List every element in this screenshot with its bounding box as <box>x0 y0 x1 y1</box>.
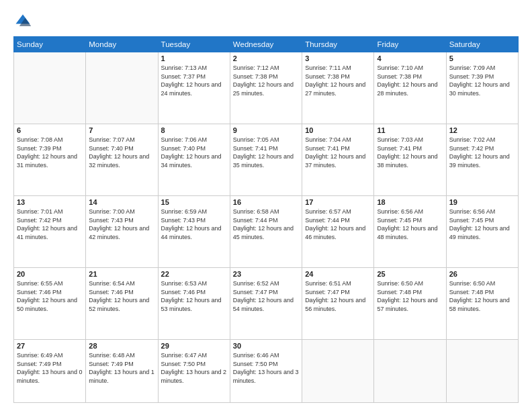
daylight-text: Daylight: 12 hours and 28 minutes. <box>377 81 437 97</box>
sunset-text: Sunset: 7:38 PM <box>377 73 422 80</box>
calendar-cell <box>446 340 518 403</box>
daylight-text: Daylight: 12 hours and 30 minutes. <box>449 81 510 97</box>
calendar-cell: 28Sunrise: 6:48 AMSunset: 7:49 PMDayligh… <box>86 340 158 403</box>
week-row-3: 13Sunrise: 7:01 AMSunset: 7:42 PMDayligh… <box>14 196 519 268</box>
week-row-4: 20Sunrise: 6:55 AMSunset: 7:46 PMDayligh… <box>14 268 519 340</box>
day-number: 10 <box>305 126 371 134</box>
calendar-cell: 19Sunrise: 6:56 AMSunset: 7:45 PMDayligh… <box>446 196 518 268</box>
day-info: Sunrise: 6:48 AMSunset: 7:49 PMDaylight:… <box>89 351 154 385</box>
day-info: Sunrise: 6:52 AMSunset: 7:47 PMDaylight:… <box>233 279 299 313</box>
day-info: Sunrise: 7:00 AMSunset: 7:43 PMDaylight:… <box>89 208 154 241</box>
day-info: Sunrise: 6:55 AMSunset: 7:46 PMDaylight:… <box>17 279 83 313</box>
sunset-text: Sunset: 7:47 PM <box>233 289 278 295</box>
calendar-cell: 13Sunrise: 7:01 AMSunset: 7:42 PMDayligh… <box>14 196 86 268</box>
day-number: 22 <box>161 270 227 278</box>
sunset-text: Sunset: 7:46 PM <box>161 289 206 295</box>
sunset-text: Sunset: 7:45 PM <box>449 217 494 224</box>
calendar-cell: 21Sunrise: 6:54 AMSunset: 7:46 PMDayligh… <box>86 268 158 340</box>
calendar-cell: 7Sunrise: 7:07 AMSunset: 7:40 PMDaylight… <box>86 124 158 196</box>
sunset-text: Sunset: 7:42 PM <box>449 145 494 152</box>
daylight-text: Daylight: 12 hours and 24 minutes. <box>161 81 222 97</box>
calendar-cell: 15Sunrise: 6:59 AMSunset: 7:43 PMDayligh… <box>158 196 230 268</box>
daylight-text: Daylight: 12 hours and 56 minutes. <box>305 297 365 312</box>
calendar-cell: 22Sunrise: 6:53 AMSunset: 7:46 PMDayligh… <box>158 268 230 340</box>
sunrise-text: Sunrise: 6:56 AM <box>449 208 496 215</box>
day-info: Sunrise: 6:49 AMSunset: 7:49 PMDaylight:… <box>17 351 83 385</box>
sunrise-text: Sunrise: 7:11 AM <box>305 64 351 71</box>
day-info: Sunrise: 7:07 AMSunset: 7:40 PMDaylight:… <box>89 136 154 169</box>
daylight-text: Daylight: 13 hours and 1 minute. <box>89 369 154 384</box>
daylight-text: Daylight: 12 hours and 42 minutes. <box>89 225 149 240</box>
sunrise-text: Sunrise: 6:56 AM <box>377 208 423 215</box>
day-info: Sunrise: 6:50 AMSunset: 7:48 PMDaylight:… <box>449 279 515 313</box>
daylight-text: Daylight: 12 hours and 39 minutes. <box>449 153 510 169</box>
daylight-text: Daylight: 12 hours and 35 minutes. <box>233 153 294 169</box>
sunrise-text: Sunrise: 6:52 AM <box>233 280 279 287</box>
calendar-cell: 10Sunrise: 7:04 AMSunset: 7:41 PMDayligh… <box>302 124 374 196</box>
daylight-text: Daylight: 12 hours and 27 minutes. <box>305 81 365 97</box>
calendar-cell: 23Sunrise: 6:52 AMSunset: 7:47 PMDayligh… <box>230 268 302 340</box>
daylight-text: Daylight: 12 hours and 46 minutes. <box>305 225 365 240</box>
weekday-thursday: Thursday <box>302 37 374 52</box>
daylight-text: Daylight: 13 hours and 2 minutes. <box>161 369 227 384</box>
sunset-text: Sunset: 7:43 PM <box>89 217 134 224</box>
week-row-5: 27Sunrise: 6:49 AMSunset: 7:49 PMDayligh… <box>14 340 519 403</box>
page: SundayMondayTuesdayWednesdayThursdayFrid… <box>0 0 532 411</box>
sunset-text: Sunset: 7:41 PM <box>233 145 278 152</box>
day-info: Sunrise: 6:53 AMSunset: 7:46 PMDaylight:… <box>161 279 227 313</box>
sunset-text: Sunset: 7:38 PM <box>305 73 350 80</box>
calendar-table: SundayMondayTuesdayWednesdayThursdayFrid… <box>13 36 519 403</box>
sunset-text: Sunset: 7:50 PM <box>233 361 278 367</box>
calendar-cell: 16Sunrise: 6:58 AMSunset: 7:44 PMDayligh… <box>230 196 302 268</box>
daylight-text: Daylight: 13 hours and 3 minutes. <box>233 369 299 384</box>
sunrise-text: Sunrise: 6:51 AM <box>305 280 351 287</box>
day-number: 12 <box>449 126 515 134</box>
day-info: Sunrise: 6:51 AMSunset: 7:47 PMDaylight:… <box>305 279 371 313</box>
day-number: 6 <box>17 126 83 134</box>
day-info: Sunrise: 7:09 AMSunset: 7:39 PMDaylight:… <box>449 64 515 97</box>
day-number: 25 <box>377 270 443 278</box>
daylight-text: Daylight: 13 hours and 0 minutes. <box>17 369 83 384</box>
calendar-cell: 3Sunrise: 7:11 AMSunset: 7:38 PMDaylight… <box>302 52 374 124</box>
daylight-text: Daylight: 12 hours and 31 minutes. <box>17 153 77 169</box>
daylight-text: Daylight: 12 hours and 57 minutes. <box>377 297 437 312</box>
calendar-cell <box>302 340 374 403</box>
sunset-text: Sunset: 7:39 PM <box>17 145 62 152</box>
sunset-text: Sunset: 7:46 PM <box>17 289 62 295</box>
sunset-text: Sunset: 7:42 PM <box>17 217 62 224</box>
sunset-text: Sunset: 7:45 PM <box>377 217 422 224</box>
daylight-text: Daylight: 12 hours and 37 minutes. <box>305 153 365 169</box>
week-row-1: 1Sunrise: 7:13 AMSunset: 7:37 PMDaylight… <box>14 52 519 124</box>
sunrise-text: Sunrise: 6:50 AM <box>449 280 496 287</box>
sunset-text: Sunset: 7:49 PM <box>89 361 134 367</box>
sunrise-text: Sunrise: 6:50 AM <box>377 280 423 287</box>
daylight-text: Daylight: 12 hours and 49 minutes. <box>449 225 510 240</box>
day-number: 30 <box>233 342 299 350</box>
day-number: 14 <box>89 198 154 206</box>
daylight-text: Daylight: 12 hours and 58 minutes. <box>449 297 510 312</box>
sunset-text: Sunset: 7:40 PM <box>89 145 134 152</box>
sunrise-text: Sunrise: 7:04 AM <box>305 136 351 143</box>
day-info: Sunrise: 6:54 AMSunset: 7:46 PMDaylight:… <box>89 279 154 313</box>
calendar-cell: 1Sunrise: 7:13 AMSunset: 7:37 PMDaylight… <box>158 52 230 124</box>
calendar-cell: 17Sunrise: 6:57 AMSunset: 7:44 PMDayligh… <box>302 196 374 268</box>
calendar-cell: 29Sunrise: 6:47 AMSunset: 7:50 PMDayligh… <box>158 340 230 403</box>
sunset-text: Sunset: 7:49 PM <box>17 361 62 367</box>
day-number: 26 <box>449 270 515 278</box>
sunrise-text: Sunrise: 6:55 AM <box>17 280 63 287</box>
daylight-text: Daylight: 12 hours and 52 minutes. <box>89 297 149 312</box>
sunrise-text: Sunrise: 7:02 AM <box>449 136 496 143</box>
day-number: 19 <box>449 198 515 206</box>
sunrise-text: Sunrise: 7:07 AM <box>89 136 135 143</box>
sunset-text: Sunset: 7:43 PM <box>161 217 206 224</box>
sunrise-text: Sunrise: 6:48 AM <box>89 352 135 359</box>
weekday-monday: Monday <box>86 37 158 52</box>
day-number: 5 <box>449 54 515 62</box>
calendar-cell: 18Sunrise: 6:56 AMSunset: 7:45 PMDayligh… <box>374 196 446 268</box>
sunrise-text: Sunrise: 6:53 AM <box>161 280 208 287</box>
day-info: Sunrise: 7:13 AMSunset: 7:37 PMDaylight:… <box>161 64 227 97</box>
day-info: Sunrise: 7:05 AMSunset: 7:41 PMDaylight:… <box>233 136 299 169</box>
day-number: 3 <box>305 54 371 62</box>
daylight-text: Daylight: 12 hours and 25 minutes. <box>233 81 294 97</box>
calendar-cell: 30Sunrise: 6:46 AMSunset: 7:50 PMDayligh… <box>230 340 302 403</box>
